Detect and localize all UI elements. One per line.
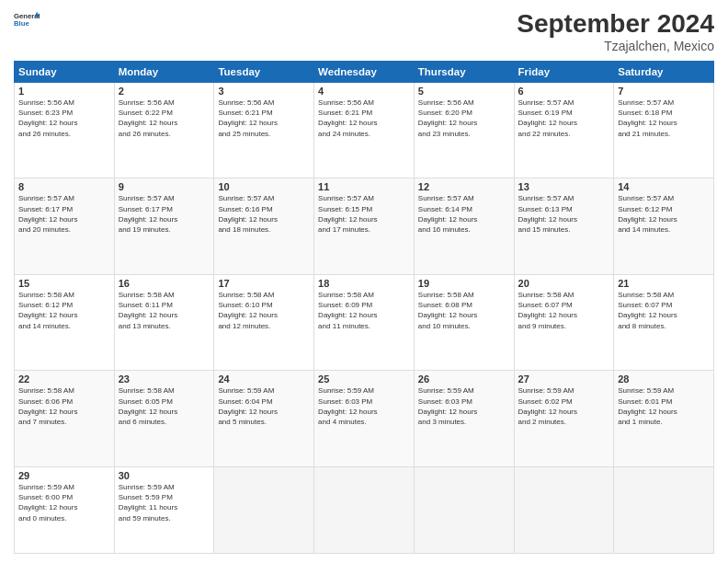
calendar-cell: 11Sunrise: 5:57 AM Sunset: 6:15 PM Dayli… xyxy=(314,178,415,274)
day-number: 7 xyxy=(618,86,710,97)
calendar-cell: 20Sunrise: 5:58 AM Sunset: 6:07 PM Dayli… xyxy=(514,274,614,370)
weekday-header: Wednesday xyxy=(314,62,415,83)
day-info: Sunrise: 5:59 AM Sunset: 5:59 PM Dayligh… xyxy=(119,482,210,523)
day-number: 28 xyxy=(618,373,710,385)
calendar-cell: 22Sunrise: 5:58 AM Sunset: 6:06 PM Dayli… xyxy=(15,371,115,466)
calendar-cell xyxy=(214,466,314,553)
weekday-header: Sunday xyxy=(15,62,115,83)
day-info: Sunrise: 5:57 AM Sunset: 6:18 PM Dayligh… xyxy=(618,98,710,139)
day-info: Sunrise: 5:59 AM Sunset: 6:03 PM Dayligh… xyxy=(418,385,510,427)
calendar-cell: 7Sunrise: 5:57 AM Sunset: 6:18 PM Daylig… xyxy=(614,83,714,178)
day-info: Sunrise: 5:56 AM Sunset: 6:20 PM Dayligh… xyxy=(418,98,510,139)
day-info: Sunrise: 5:58 AM Sunset: 6:07 PM Dayligh… xyxy=(618,290,710,331)
calendar-cell: 4Sunrise: 5:56 AM Sunset: 6:21 PM Daylig… xyxy=(314,83,415,178)
day-info: Sunrise: 5:59 AM Sunset: 6:00 PM Dayligh… xyxy=(18,482,110,523)
day-number: 11 xyxy=(318,181,410,192)
day-number: 1 xyxy=(18,86,110,97)
day-info: Sunrise: 5:57 AM Sunset: 6:15 PM Dayligh… xyxy=(318,193,410,235)
day-info: Sunrise: 5:56 AM Sunset: 6:22 PM Dayligh… xyxy=(119,98,210,139)
day-number: 13 xyxy=(518,181,610,192)
day-info: Sunrise: 5:56 AM Sunset: 6:23 PM Dayligh… xyxy=(18,98,110,139)
calendar-cell: 26Sunrise: 5:59 AM Sunset: 6:03 PM Dayli… xyxy=(414,371,514,466)
calendar-cell: 27Sunrise: 5:59 AM Sunset: 6:02 PM Dayli… xyxy=(514,371,614,466)
day-info: Sunrise: 5:57 AM Sunset: 6:19 PM Dayligh… xyxy=(518,98,610,139)
day-info: Sunrise: 5:59 AM Sunset: 6:04 PM Dayligh… xyxy=(218,385,310,427)
day-number: 4 xyxy=(318,86,410,97)
day-number: 10 xyxy=(218,181,310,192)
day-number: 2 xyxy=(119,86,210,97)
day-number: 29 xyxy=(18,470,110,481)
logo: General Blue xyxy=(14,9,40,35)
day-info: Sunrise: 5:58 AM Sunset: 6:05 PM Dayligh… xyxy=(119,385,210,427)
day-number: 20 xyxy=(518,278,610,289)
day-number: 24 xyxy=(218,373,310,385)
header: General Blue September 2024 Tzajalchen, … xyxy=(14,9,714,53)
day-info: Sunrise: 5:58 AM Sunset: 6:12 PM Dayligh… xyxy=(18,290,110,331)
calendar-cell: 13Sunrise: 5:57 AM Sunset: 6:13 PM Dayli… xyxy=(514,178,614,274)
calendar-cell: 14Sunrise: 5:57 AM Sunset: 6:12 PM Dayli… xyxy=(614,178,714,274)
calendar-table: SundayMondayTuesdayWednesdayThursdayFrid… xyxy=(14,61,714,554)
day-info: Sunrise: 5:58 AM Sunset: 6:07 PM Dayligh… xyxy=(518,290,610,331)
day-number: 25 xyxy=(318,373,410,385)
day-info: Sunrise: 5:56 AM Sunset: 6:21 PM Dayligh… xyxy=(318,98,410,139)
calendar-cell xyxy=(514,466,614,553)
day-number: 27 xyxy=(518,373,610,385)
weekday-header: Saturday xyxy=(614,62,714,83)
calendar-cell: 17Sunrise: 5:58 AM Sunset: 6:10 PM Dayli… xyxy=(214,274,314,370)
day-number: 23 xyxy=(119,373,210,385)
day-info: Sunrise: 5:59 AM Sunset: 6:02 PM Dayligh… xyxy=(518,385,610,427)
weekday-header: Monday xyxy=(114,62,214,83)
calendar-cell: 10Sunrise: 5:57 AM Sunset: 6:16 PM Dayli… xyxy=(214,178,314,274)
day-number: 8 xyxy=(18,181,110,192)
calendar-cell: 8Sunrise: 5:57 AM Sunset: 6:17 PM Daylig… xyxy=(15,178,115,274)
weekday-header: Friday xyxy=(514,62,614,83)
day-number: 22 xyxy=(18,373,110,385)
day-number: 5 xyxy=(418,86,510,97)
day-info: Sunrise: 5:58 AM Sunset: 6:10 PM Dayligh… xyxy=(218,290,310,331)
day-info: Sunrise: 5:58 AM Sunset: 6:08 PM Dayligh… xyxy=(418,290,510,331)
day-number: 17 xyxy=(218,278,310,289)
calendar-cell: 15Sunrise: 5:58 AM Sunset: 6:12 PM Dayli… xyxy=(15,274,115,370)
day-number: 9 xyxy=(119,181,210,192)
calendar-cell xyxy=(314,466,415,553)
logo-icon: General Blue xyxy=(14,9,40,35)
calendar-cell: 2Sunrise: 5:56 AM Sunset: 6:22 PM Daylig… xyxy=(114,83,214,178)
calendar-cell: 29Sunrise: 5:59 AM Sunset: 6:00 PM Dayli… xyxy=(15,466,115,553)
calendar-cell: 9Sunrise: 5:57 AM Sunset: 6:17 PM Daylig… xyxy=(114,178,214,274)
calendar-cell: 12Sunrise: 5:57 AM Sunset: 6:14 PM Dayli… xyxy=(414,178,514,274)
day-number: 15 xyxy=(18,278,110,289)
calendar-cell: 25Sunrise: 5:59 AM Sunset: 6:03 PM Dayli… xyxy=(314,371,415,466)
day-number: 14 xyxy=(618,181,710,192)
calendar-cell xyxy=(614,466,714,553)
day-number: 30 xyxy=(119,470,210,481)
day-number: 3 xyxy=(218,86,310,97)
location-title: Tzajalchen, Mexico xyxy=(517,39,714,53)
day-number: 21 xyxy=(618,278,710,289)
day-info: Sunrise: 5:58 AM Sunset: 6:11 PM Dayligh… xyxy=(119,290,210,331)
calendar-cell: 24Sunrise: 5:59 AM Sunset: 6:04 PM Dayli… xyxy=(214,371,314,466)
page: General Blue September 2024 Tzajalchen, … xyxy=(0,0,728,563)
day-number: 12 xyxy=(418,181,510,192)
day-info: Sunrise: 5:57 AM Sunset: 6:14 PM Dayligh… xyxy=(418,193,510,235)
svg-text:Blue: Blue xyxy=(14,19,29,28)
day-number: 6 xyxy=(518,86,610,97)
calendar-cell: 18Sunrise: 5:58 AM Sunset: 6:09 PM Dayli… xyxy=(314,274,415,370)
calendar-cell: 23Sunrise: 5:58 AM Sunset: 6:05 PM Dayli… xyxy=(114,371,214,466)
day-info: Sunrise: 5:56 AM Sunset: 6:21 PM Dayligh… xyxy=(218,98,310,139)
calendar-cell: 28Sunrise: 5:59 AM Sunset: 6:01 PM Dayli… xyxy=(614,371,714,466)
calendar-cell: 19Sunrise: 5:58 AM Sunset: 6:08 PM Dayli… xyxy=(414,274,514,370)
calendar-cell: 16Sunrise: 5:58 AM Sunset: 6:11 PM Dayli… xyxy=(114,274,214,370)
day-number: 16 xyxy=(119,278,210,289)
calendar-cell: 3Sunrise: 5:56 AM Sunset: 6:21 PM Daylig… xyxy=(214,83,314,178)
day-info: Sunrise: 5:57 AM Sunset: 6:17 PM Dayligh… xyxy=(18,193,110,235)
day-info: Sunrise: 5:58 AM Sunset: 6:09 PM Dayligh… xyxy=(318,290,410,331)
calendar-cell: 6Sunrise: 5:57 AM Sunset: 6:19 PM Daylig… xyxy=(514,83,614,178)
calendar-cell xyxy=(414,466,514,553)
day-number: 18 xyxy=(318,278,410,289)
calendar-cell: 5Sunrise: 5:56 AM Sunset: 6:20 PM Daylig… xyxy=(414,83,514,178)
day-number: 19 xyxy=(418,278,510,289)
weekday-header: Tuesday xyxy=(214,62,314,83)
calendar-cell: 1Sunrise: 5:56 AM Sunset: 6:23 PM Daylig… xyxy=(15,83,115,178)
day-info: Sunrise: 5:57 AM Sunset: 6:17 PM Dayligh… xyxy=(119,193,210,235)
month-title: September 2024 xyxy=(517,9,714,39)
